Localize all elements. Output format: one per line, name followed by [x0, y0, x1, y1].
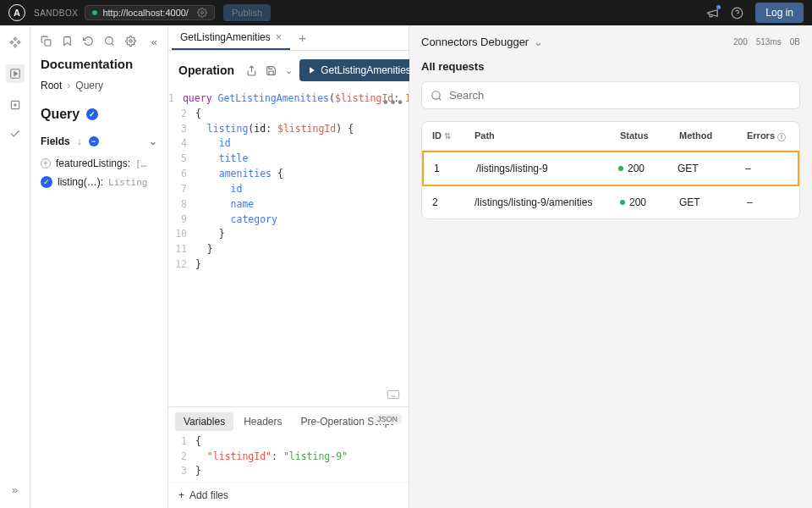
- row-method: GET: [678, 163, 745, 174]
- code-line[interactable]: }: [195, 464, 201, 478]
- query-title: Query: [41, 107, 80, 122]
- settings-icon[interactable]: [125, 36, 136, 48]
- collapse-sidebar-icon[interactable]: «: [151, 36, 157, 48]
- history-icon[interactable]: [83, 36, 94, 48]
- copy-icon[interactable]: [41, 36, 52, 48]
- search-input[interactable]: [449, 89, 791, 102]
- search-icon[interactable]: [104, 36, 115, 48]
- keyboard-shortcuts-icon[interactable]: [387, 389, 400, 400]
- code-line[interactable]: category: [195, 213, 277, 228]
- line-number: 9: [168, 213, 195, 228]
- row-path: /listings/listing-9/amenities: [475, 196, 620, 208]
- chevron-down-icon[interactable]: ⌄: [534, 36, 543, 48]
- row-status: 200: [618, 163, 678, 174]
- sort-icon[interactable]: ⇅: [444, 131, 451, 141]
- requests-table: ID⇅ Path Status Method Errorsi 1/listing…: [421, 121, 800, 219]
- chevron-right-icon: ›: [67, 80, 70, 91]
- line-number: 7: [168, 182, 195, 197]
- verified-icon: ✓: [86, 108, 98, 120]
- debugger-title: Connectors Debugger: [421, 36, 529, 48]
- code-line[interactable]: listing(id: $listingId) {: [195, 122, 354, 137]
- search-box[interactable]: [421, 81, 800, 109]
- help-icon[interactable]: [731, 7, 743, 19]
- stat-size: 0B: [790, 37, 800, 47]
- operation-editor-icon[interactable]: [6, 64, 25, 83]
- field-item[interactable]: +featuredListings: […: [41, 154, 157, 173]
- explorer-icon[interactable]: [8, 36, 22, 49]
- code-line[interactable]: name: [195, 197, 254, 213]
- row-id: 1: [434, 163, 476, 174]
- gear-icon[interactable]: [197, 8, 207, 18]
- code-editor[interactable]: ••• 1query GetListingAmenities($listingI…: [168, 90, 409, 406]
- stat-time: 513ms: [756, 37, 782, 47]
- sort-icon[interactable]: ↓: [77, 135, 82, 147]
- svg-point-11: [129, 40, 132, 42]
- request-row[interactable]: 1/listings/listing-9200GET–: [422, 151, 799, 186]
- col-path[interactable]: Path: [475, 130, 620, 141]
- code-line[interactable]: id: [195, 182, 242, 197]
- url-box[interactable]: http://localhost:4000/: [85, 5, 215, 20]
- col-id[interactable]: ID: [432, 130, 442, 141]
- vars-tab[interactable]: Headers: [235, 412, 290, 431]
- run-operation-button[interactable]: GetListingAmenities: [299, 59, 420, 81]
- share-icon[interactable]: [246, 65, 257, 76]
- stat-code: 200: [733, 37, 748, 47]
- tab-operation[interactable]: GetListingAmenities ×: [172, 25, 290, 50]
- svg-point-9: [106, 37, 113, 45]
- code-line[interactable]: {: [195, 107, 201, 122]
- overflow-icon[interactable]: •••: [381, 93, 403, 114]
- line-number: 10: [168, 227, 195, 242]
- variables-tabs: VariablesHeadersPre-Operation ScriptPost…: [168, 407, 409, 431]
- line-number: 12: [168, 257, 195, 273]
- col-method[interactable]: Method: [679, 130, 747, 141]
- info-icon[interactable]: i: [777, 133, 786, 141]
- code-line[interactable]: "listingId": "listing-9": [195, 450, 348, 464]
- selected-icon: ✓: [41, 176, 52, 188]
- code-line[interactable]: }: [195, 242, 213, 257]
- breadcrumb-current: Query: [75, 80, 103, 91]
- code-line[interactable]: amenities {: [195, 167, 283, 182]
- notification-dot-icon: [716, 5, 721, 9]
- breadcrumb-root[interactable]: Root: [41, 80, 62, 91]
- request-row[interactable]: 2/listings/listing-9/amenities200GET–: [422, 186, 799, 218]
- line-number: 2: [168, 107, 195, 122]
- sandbox-badge: SANDBOX: [34, 8, 78, 18]
- code-line[interactable]: query GetListingAmenities($listingId: ID: [183, 91, 409, 107]
- code-line[interactable]: title: [195, 152, 248, 167]
- announcement-icon[interactable]: [706, 7, 719, 19]
- svg-rect-8: [45, 40, 51, 46]
- status-dot-icon: [92, 10, 97, 15]
- vars-tab[interactable]: Variables: [175, 412, 233, 431]
- add-files-button[interactable]: + Add files: [168, 482, 409, 508]
- code-line[interactable]: }: [195, 227, 225, 242]
- add-field-icon[interactable]: +: [41, 158, 51, 168]
- publish-button[interactable]: Publish: [223, 4, 271, 21]
- apollo-logo[interactable]: A: [8, 4, 25, 21]
- bookmark-icon[interactable]: [62, 36, 73, 48]
- field-item[interactable]: ✓listing(…): Listing: [41, 173, 157, 191]
- variables-editor[interactable]: 1{2 "listingId": "listing-9"3}: [168, 431, 409, 482]
- code-line[interactable]: }: [195, 257, 201, 273]
- col-errors[interactable]: Errors: [747, 130, 775, 141]
- line-number: 11: [168, 242, 195, 257]
- code-line[interactable]: id: [195, 136, 231, 152]
- debugger-panel: Connectors Debugger ⌄ 200 513ms 0B All r…: [409, 25, 812, 508]
- close-tab-icon[interactable]: ×: [276, 30, 283, 43]
- schema-icon[interactable]: [8, 98, 22, 112]
- vars-tab[interactable]: Post-Operat: [403, 412, 409, 431]
- add-tab-icon[interactable]: +: [290, 30, 315, 45]
- add-files-label: Add files: [189, 489, 228, 501]
- more-icon[interactable]: ⌄: [285, 65, 293, 76]
- code-line[interactable]: {: [195, 434, 201, 449]
- field-type: Listing: [108, 177, 147, 188]
- checks-icon[interactable]: [8, 127, 22, 141]
- chevron-down-icon[interactable]: ⌄: [149, 135, 157, 147]
- expand-rail-icon[interactable]: »: [12, 483, 18, 496]
- save-icon[interactable]: [266, 65, 277, 76]
- collapse-fields-icon[interactable]: −: [89, 136, 99, 146]
- line-number: 1: [168, 434, 195, 449]
- col-status[interactable]: Status: [620, 130, 679, 141]
- field-type: […: [135, 158, 146, 169]
- rail-nav: »: [0, 25, 30, 508]
- login-button[interactable]: Log in: [755, 3, 804, 23]
